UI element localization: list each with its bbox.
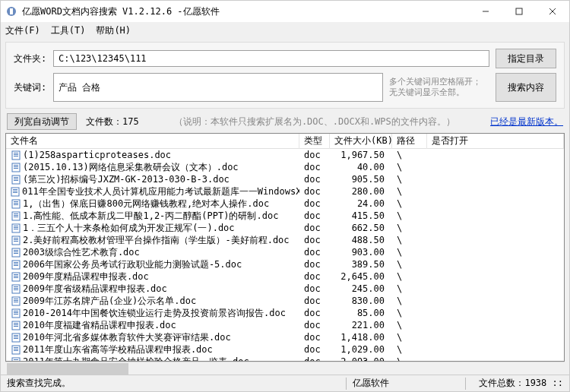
horizontal-scrollbar[interactable]	[5, 362, 565, 375]
svg-rect-36	[14, 239, 18, 240]
file-size: 830.00	[330, 296, 392, 306]
table-row[interactable]: 2009年江苏名牌产品(企业)公示名单.docdoc830.00\	[6, 295, 564, 307]
file-size: 1,418.00	[330, 332, 392, 343]
col-header-open[interactable]: 是否打开	[427, 133, 564, 149]
minimize-button[interactable]	[469, 1, 502, 22]
menu-help[interactable]: 帮助(H)	[96, 24, 131, 37]
table-row[interactable]: 1,（出售）保底日赚800元网络赚钱教程,绝对本人操作.docdoc24.00\	[6, 198, 564, 210]
close-button[interactable]	[536, 1, 569, 22]
file-type: doc	[299, 271, 330, 282]
col-header-size[interactable]: 文件大小(KB)	[330, 133, 392, 149]
path-input[interactable]	[53, 50, 489, 67]
table-row[interactable]: (2015.10.13)网络信息采集教研会议（文本）.docdoc40.00\	[6, 161, 564, 173]
table-row[interactable]: 1．三五个人十来条枪如何成为开发正规军(一).docdoc662.50\	[6, 222, 564, 234]
svg-rect-11	[14, 165, 18, 166]
file-size: 1,967.50	[330, 150, 392, 160]
table-row[interactable]: 2010-2014年中国餐饮连锁业运行走势及投资前景咨询报告.docdoc85.…	[6, 307, 564, 319]
table-row[interactable]: 1.高性能、低成本新戊二甲酸1,2-丙二醇酯(PPT)的研制.docdoc415…	[6, 210, 564, 222]
file-list: 文件名 类型 文件大小(KB) 路径 是否打开 (1)258asparticpr…	[5, 133, 565, 362]
svg-rect-23	[14, 201, 18, 202]
doc-icon	[11, 345, 21, 354]
list-body[interactable]: (1)258asparticproteases.docdoc1,967.50\(…	[6, 149, 564, 361]
doc-icon	[11, 187, 21, 196]
search-button[interactable]: 搜索内容	[496, 73, 556, 102]
file-type: doc	[299, 210, 330, 221]
file-name: 2009年江苏名牌产品(企业)公示名单.doc	[23, 295, 196, 308]
svg-rect-69	[14, 338, 18, 339]
svg-rect-67	[14, 335, 18, 336]
col-header-path[interactable]: 路径	[392, 133, 427, 149]
menu-file[interactable]: 文件(F)	[5, 24, 40, 37]
file-name: 2010年河北省多媒体教育软件大奖赛评审结果.doc	[23, 331, 231, 344]
file-size: 662.50	[330, 223, 392, 233]
file-type: doc	[299, 332, 330, 343]
table-row[interactable]: 2010年度福建省精品课程申报表.docdoc221.00\	[6, 319, 564, 331]
svg-rect-45	[14, 265, 18, 266]
maximize-button[interactable]	[502, 1, 536, 22]
scrollbar-thumb[interactable]	[7, 363, 128, 375]
table-row[interactable]: 2.美好前程高校教材管理平台操作指南（学生版）-美好前程.docdoc488.5…	[6, 234, 564, 246]
table-row[interactable]: 2010年河北省多媒体教育软件大奖赛评审结果.docdoc1,418.00\	[6, 331, 564, 343]
status-message: 搜索查找完成。	[7, 377, 340, 390]
doc-icon	[11, 199, 21, 208]
table-row[interactable]: 2009年度精品课程申报表.docdoc2,645.00\	[6, 270, 564, 283]
table-row[interactable]: 2011年度山东省高等学校精品课程申报表.docdoc1,029.00\	[6, 343, 564, 356]
svg-rect-34	[12, 236, 20, 245]
svg-rect-70	[12, 346, 20, 354]
file-size: 221.00	[330, 320, 392, 330]
svg-rect-42	[12, 261, 20, 269]
file-size: 488.50	[330, 235, 392, 245]
file-type: doc	[299, 296, 330, 306]
file-type: doc	[299, 186, 330, 197]
update-link[interactable]: 已经是最新版本。	[490, 115, 563, 128]
file-type: doc	[299, 320, 330, 330]
svg-rect-33	[14, 229, 18, 229]
doc-icon	[11, 260, 21, 269]
file-size: 415.50	[330, 210, 392, 221]
table-row[interactable]: (1)258asparticproteases.docdoc1,967.50\	[6, 149, 564, 161]
svg-rect-54	[12, 297, 20, 305]
col-header-name[interactable]: 文件名	[6, 133, 299, 149]
svg-rect-53	[14, 289, 18, 290]
doc-icon	[11, 321, 21, 330]
keyword-label: 关键词:	[14, 81, 53, 94]
svg-rect-46	[12, 273, 20, 281]
svg-rect-48	[14, 276, 18, 277]
svg-rect-65	[14, 326, 18, 327]
svg-rect-39	[14, 250, 18, 251]
file-name: (2015.10.13)网络信息采集教研会议（文本）.doc	[23, 161, 239, 174]
svg-rect-13	[14, 168, 18, 169]
table-row[interactable]: 2003级综合性艺术教育.docdoc903.00\	[6, 246, 564, 258]
file-path: \	[392, 332, 427, 343]
file-size: 280.00	[330, 186, 392, 197]
file-path: \	[392, 356, 427, 361]
doc-icon	[11, 357, 21, 361]
svg-rect-29	[14, 217, 18, 217]
doc-icon	[11, 296, 21, 305]
table-row[interactable]: (第三次)招标编号JXZM-GK-2013-030-B-3.docdoc905.…	[6, 173, 564, 185]
file-name: (第三次)招标编号JXZM-GK-2013-030-B-3.doc	[23, 173, 230, 186]
table-row[interactable]: 2009年度省级精品课程申报表.docdoc245.00\	[6, 283, 564, 295]
path-label: 文件夹:	[14, 52, 53, 65]
browse-button[interactable]: 指定目录	[496, 49, 556, 68]
file-type: doc	[299, 150, 330, 160]
file-path: \	[392, 198, 427, 209]
col-header-type[interactable]: 类型	[299, 133, 330, 149]
file-name: 2010-2014年中国餐饮连锁业运行走势及投资前景咨询报告.doc	[23, 307, 286, 320]
keyword-input[interactable]	[53, 73, 383, 102]
menu-tools[interactable]: 工具(T)	[51, 24, 86, 37]
svg-rect-66	[12, 334, 20, 342]
svg-rect-52	[14, 288, 18, 289]
file-type: doc	[299, 162, 330, 172]
file-type: doc	[299, 223, 330, 233]
file-path: \	[392, 150, 427, 160]
svg-rect-57	[14, 302, 18, 302]
table-row[interactable]: 2006年国家公务员考试行政职业能力测验试题-5.docdoc389.50\	[6, 258, 564, 270]
autowidth-button[interactable]: 列宽自动调节	[7, 113, 77, 130]
svg-rect-32	[14, 227, 18, 228]
table-row[interactable]: 011年全国专业技术人员计算机应用能力考试最新题库一一WindowsXP.doc…	[6, 185, 564, 198]
svg-rect-10	[12, 163, 20, 172]
svg-rect-24	[14, 203, 18, 204]
svg-rect-1	[10, 8, 13, 14]
table-row[interactable]: 2011年第十九期食品安全抽样检验合格产品一览表.docdoc2,093.00\	[6, 356, 564, 361]
